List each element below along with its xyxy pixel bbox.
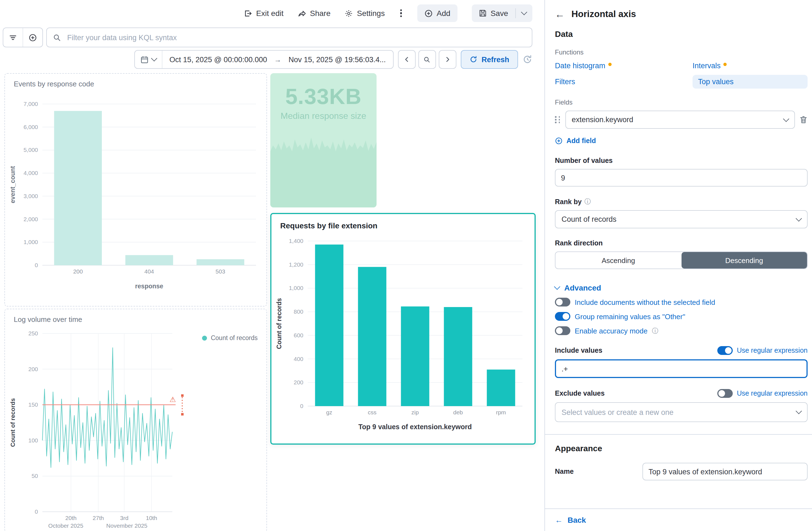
- panel-events-by-response-code[interactable]: Events by response code 01,0002,0003,000…: [4, 73, 267, 307]
- exclude-values-select[interactable]: Select values or create a new one: [555, 402, 808, 422]
- svg-text:600: 600: [294, 332, 303, 338]
- time-zoom-icon[interactable]: [418, 50, 436, 69]
- toggle-accuracy-mode: Enable accuracy mode ⓘ: [555, 326, 808, 335]
- svg-text:3,000: 3,000: [24, 193, 38, 199]
- panel-median-response-size[interactable]: 5.33KB Median response size: [270, 73, 377, 207]
- include-values-label: Include values: [555, 346, 602, 354]
- refresh-label: Refresh: [481, 55, 509, 63]
- filter-controls: [3, 28, 43, 47]
- time-next-button[interactable]: [438, 50, 456, 69]
- fields-label: Fields: [555, 99, 808, 106]
- svg-text:400: 400: [294, 356, 303, 362]
- add-field-button[interactable]: Add field: [555, 137, 808, 145]
- add-label: Add: [437, 9, 450, 18]
- kql-search-input[interactable]: [66, 33, 526, 42]
- svg-text:event_count: event_count: [9, 166, 16, 203]
- time-prev-button[interactable]: [398, 50, 415, 69]
- share-label: Share: [310, 9, 331, 18]
- svg-text:27th: 27th: [93, 515, 104, 521]
- include-regex-switch[interactable]: [717, 346, 733, 355]
- rank-by-select[interactable]: Count of records: [555, 210, 808, 228]
- exit-edit-label: Exit edit: [256, 9, 284, 18]
- svg-text:7,000: 7,000: [24, 101, 38, 107]
- svg-text:404: 404: [144, 268, 154, 275]
- rank-direction-segmented-control: Ascending Descending: [555, 251, 808, 269]
- accuracy-mode-switch[interactable]: [555, 326, 570, 335]
- section-appearance-heading: Appearance: [555, 443, 808, 453]
- svg-text:6,000: 6,000: [24, 124, 38, 130]
- save-split-button: Save: [472, 4, 532, 22]
- svg-text:5,000: 5,000: [24, 147, 38, 153]
- add-button[interactable]: Add: [417, 4, 458, 22]
- function-filters[interactable]: Filters: [555, 77, 693, 86]
- chevron-down-icon: [783, 116, 789, 122]
- kql-search-bar: [46, 28, 532, 47]
- drag-handle-icon[interactable]: [555, 116, 561, 123]
- descending-option-selected[interactable]: Descending: [681, 252, 807, 268]
- save-button[interactable]: Save: [472, 4, 515, 22]
- svg-text:response: response: [135, 283, 163, 290]
- include-regex-toggle-group: Use regular expression: [717, 346, 808, 355]
- refresh-icon: [469, 56, 477, 63]
- events-bar-chart: 01,0002,0003,0004,0005,0006,0007,0002004…: [7, 96, 264, 306]
- svg-text:20th: 20th: [65, 515, 76, 521]
- panel-title: Events by response code: [5, 74, 266, 88]
- rank-by-row: Rank by ⓘ: [555, 197, 808, 206]
- back-arrow-icon[interactable]: ←: [555, 9, 565, 19]
- ascending-option[interactable]: Ascending: [555, 252, 681, 268]
- refresh-button[interactable]: Refresh: [461, 50, 518, 69]
- time-nav-group: [398, 50, 456, 69]
- settings-button[interactable]: Settings: [345, 9, 385, 18]
- auto-refresh-icon[interactable]: [522, 55, 532, 64]
- start-date[interactable]: Oct 15, 2025 @ 00:00:00.000: [162, 55, 274, 63]
- svg-text:⚠: ⚠: [170, 395, 176, 403]
- svg-text:150: 150: [28, 401, 38, 408]
- chevron-down-icon: [521, 9, 527, 15]
- requests-bar-chart: 02004006008001,0001,2001,400gzcsszipdebr…: [274, 237, 532, 445]
- section-divider: [545, 434, 812, 435]
- calendar-menu-button[interactable]: [135, 50, 162, 68]
- name-input[interactable]: [642, 463, 808, 481]
- config-body: Data Functions Date histogram Intervals …: [545, 29, 812, 481]
- include-documents-switch[interactable]: [555, 298, 570, 307]
- time-picker-row: Oct 15, 2025 @ 00:00:00.000 → Nov 15, 20…: [0, 50, 545, 68]
- config-footer-back-button[interactable]: ← Back: [545, 508, 812, 531]
- svg-text:0: 0: [35, 262, 38, 268]
- svg-text:Top 9 values of extension.keyw: Top 9 values of extension.keyword: [358, 423, 472, 431]
- group-remaining-switch[interactable]: [555, 312, 570, 321]
- more-options-kebab-icon[interactable]: [399, 9, 403, 17]
- field-row: extension.keyword: [555, 110, 808, 129]
- svg-text:200: 200: [294, 379, 303, 385]
- advanced-accordion[interactable]: Advanced: [555, 283, 808, 292]
- functions-label: Functions: [555, 48, 808, 56]
- save-options-chevron[interactable]: [516, 4, 532, 22]
- svg-text:10th: 10th: [146, 515, 157, 521]
- function-top-values-selected[interactable]: Top values: [693, 75, 808, 89]
- calendar-icon: [140, 55, 149, 63]
- end-date[interactable]: Nov 15, 2025 @ 19:56:03.4...: [281, 55, 393, 63]
- share-button[interactable]: Share: [298, 9, 331, 18]
- function-date-histogram[interactable]: Date histogram: [555, 62, 693, 70]
- section-data-heading: Data: [555, 29, 808, 39]
- add-filter-icon[interactable]: [23, 28, 42, 47]
- svg-text:Count of records: Count of records: [276, 298, 283, 349]
- date-arrow-icon: →: [274, 55, 281, 63]
- number-of-values-input[interactable]: [555, 169, 808, 187]
- svg-text:gz: gz: [326, 409, 332, 415]
- exit-edit-button[interactable]: Exit edit: [244, 9, 284, 18]
- exclude-regex-switch[interactable]: [717, 389, 733, 398]
- svg-text:50: 50: [32, 473, 38, 479]
- delete-field-trash-icon[interactable]: [799, 116, 808, 124]
- svg-text:1,000: 1,000: [24, 239, 38, 245]
- panel-requests-by-file-extension-selected[interactable]: Requests by file extension 0200400600800…: [270, 213, 536, 445]
- toggle-include-documents: Include documents without the selected f…: [555, 298, 808, 307]
- chevron-down-icon: [796, 408, 802, 414]
- filter-icon[interactable]: [3, 28, 23, 47]
- chevron-down-icon: [796, 215, 802, 221]
- field-select[interactable]: extension.keyword: [565, 110, 795, 129]
- function-intervals[interactable]: Intervals: [693, 62, 808, 70]
- include-values-input[interactable]: [555, 359, 808, 378]
- plus-circle-icon: [555, 137, 563, 145]
- panel-log-volume-over-time[interactable]: Log volume over time Count of records 05…: [4, 309, 267, 531]
- incompatible-dot-icon: [723, 63, 727, 66]
